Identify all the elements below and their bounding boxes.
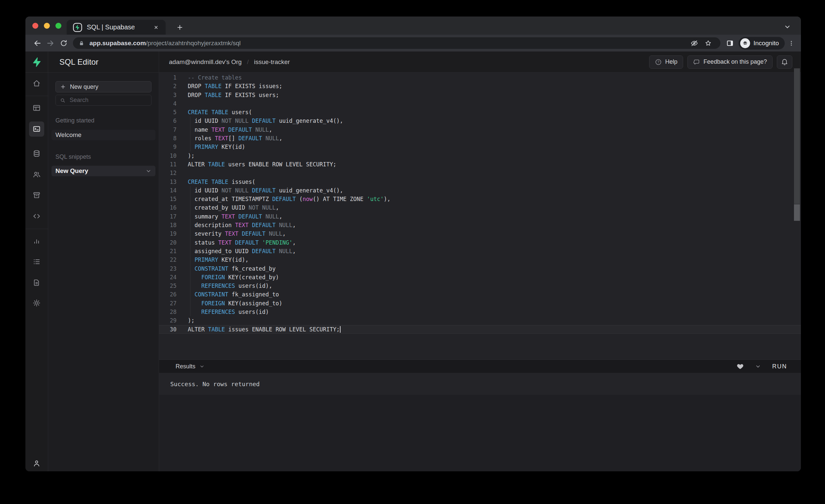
code-line-24[interactable]: 24 FOREIGN KEY(created_by) — [159, 273, 801, 282]
lock-icon — [78, 40, 85, 47]
url-path: /project/azahtnhqohyjerzaxtmk/sql — [146, 40, 241, 47]
rail-divider — [25, 96, 48, 96]
feedback-button[interactable]: Feedback on this page? — [687, 56, 772, 69]
search-input[interactable] — [70, 97, 147, 103]
browser-menu-icon[interactable] — [787, 37, 796, 50]
code-line-22[interactable]: 22 PRIMARY KEY(id), — [159, 256, 801, 264]
home-icon[interactable] — [29, 76, 44, 91]
code-line-14[interactable]: 14 id UUID NOT NULL DEFAULT uuid_generat… — [159, 186, 801, 195]
code-line-10[interactable]: 10); — [159, 151, 801, 160]
code-line-9[interactable]: 9 PRIMARY KEY(id) — [159, 143, 801, 151]
search-box[interactable] — [56, 95, 151, 105]
code-line-1[interactable]: 1-- Create tables — [159, 73, 801, 82]
logs-icon[interactable] — [29, 254, 44, 269]
breadcrumb-project[interactable]: issue-tracker — [254, 58, 290, 66]
code-line-5[interactable]: 5CREATE TABLE users( — [159, 108, 801, 117]
text-cursor — [340, 326, 341, 333]
bookmark-star-icon[interactable] — [701, 38, 715, 49]
header-actions: ? Help Feedback on this page? — [649, 56, 792, 69]
supabase-favicon-icon — [73, 22, 82, 32]
code-lines: 1-- Create tables2DROP TABLE IF EXISTS i… — [159, 73, 801, 334]
code-line-20[interactable]: 20 status TEXT DEFAULT 'PENDING', — [159, 238, 801, 247]
run-button[interactable]: RUN — [772, 363, 787, 370]
results-dropdown[interactable]: Results — [175, 363, 205, 370]
section-label-getting-started: Getting started — [56, 117, 151, 124]
svg-text:?: ? — [657, 60, 659, 64]
notifications-button[interactable] — [777, 56, 792, 69]
database-icon[interactable] — [29, 146, 44, 161]
code-line-23[interactable]: 23 CONSTRAINT fk_created_by — [159, 264, 801, 273]
tab-close-icon[interactable] — [151, 22, 161, 32]
auth-users-icon[interactable] — [29, 167, 44, 182]
code-line-12[interactable]: 12 — [159, 169, 801, 177]
side-panel-icon[interactable] — [725, 37, 735, 50]
tab-search-chevron-icon[interactable] — [783, 22, 792, 31]
code-line-17[interactable]: 17 summary TEXT DEFAULT NULL, — [159, 212, 801, 221]
reload-button[interactable] — [57, 37, 70, 50]
code-line-25[interactable]: 25 REFERENCES users(id), — [159, 282, 801, 290]
code-line-8[interactable]: 8 roles TEXT[] DEFAULT NULL, — [159, 134, 801, 143]
run-options-chevron-icon[interactable] — [755, 363, 761, 369]
url-text: app.supabase.com/project/azahtnhqohyjerz… — [89, 40, 687, 47]
browser-toolbar: app.supabase.com/project/azahtnhqohyjerz… — [25, 34, 801, 52]
window-minimize-button[interactable] — [44, 23, 50, 29]
code-line-28[interactable]: 28 REFERENCES users(id) — [159, 308, 801, 316]
incognito-label: Incognito — [753, 40, 779, 47]
window-zoom-button[interactable] — [56, 23, 61, 29]
desktop: SQL | Supabase — [0, 0, 825, 504]
code-line-30[interactable]: 30ALTER TABLE issues ENABLE ROW LEVEL SE… — [159, 325, 801, 334]
code-line-3[interactable]: 3DROP TABLE IF EXISTS users; — [159, 91, 801, 99]
code-line-21[interactable]: 21 assigned_to UUID DEFAULT NULL, — [159, 247, 801, 256]
supabase-logo[interactable] — [25, 52, 48, 72]
help-label: Help — [665, 58, 677, 65]
code-line-4[interactable]: 4 — [159, 99, 801, 108]
code-line-6[interactable]: 6 id UUID NOT NULL DEFAULT uuid_generate… — [159, 117, 801, 125]
page-scrollbar-thumb[interactable] — [794, 68, 800, 204]
bell-icon — [781, 58, 789, 66]
browser-tab[interactable]: SQL | Supabase — [67, 20, 166, 34]
code-line-29[interactable]: 29); — [159, 316, 801, 325]
code-line-27[interactable]: 27 FOREIGN KEY(assigned_to) — [159, 299, 801, 308]
code-line-26[interactable]: 26 CONSTRAINT fk_assigned_to — [159, 290, 801, 299]
new-tab-button[interactable] — [173, 21, 186, 34]
incognito-profile-chip[interactable]: Incognito — [739, 37, 785, 50]
favorite-heart-icon[interactable] — [737, 363, 744, 370]
chevron-down-icon[interactable] — [146, 168, 151, 174]
code-line-19[interactable]: 19 severity TEXT DEFAULT NULL, — [159, 229, 801, 238]
sidebar-item-new-query[interactable]: New Query — [52, 166, 155, 176]
account-icon[interactable] — [29, 456, 44, 471]
code-line-18[interactable]: 18 description TEXT DEFAULT NULL, — [159, 221, 801, 229]
window-close-button[interactable] — [32, 23, 38, 29]
code-line-11[interactable]: 11ALTER TABLE users ENABLE ROW LEVEL SEC… — [159, 160, 801, 169]
snippets-sidebar: New query Getting started Welcome SQL sn… — [48, 73, 159, 471]
storage-icon[interactable] — [29, 188, 44, 203]
new-query-button[interactable]: New query — [56, 81, 151, 92]
code-line-16[interactable]: 16 created_by UUID NOT NULL, — [159, 203, 801, 212]
url-bar[interactable]: app.supabase.com/project/azahtnhqohyjerz… — [73, 37, 721, 49]
chevron-down-icon — [199, 364, 205, 369]
url-host: app.supabase.com — [89, 40, 146, 47]
sql-editor-icon[interactable] — [29, 122, 44, 137]
editor-scrollbar-thumb[interactable] — [794, 204, 800, 221]
back-button[interactable] — [31, 37, 44, 50]
api-code-icon[interactable] — [29, 209, 44, 224]
app-body: New query Getting started Welcome SQL sn… — [25, 73, 801, 471]
results-body: Success. No rows returned — [159, 373, 801, 471]
docs-icon[interactable] — [29, 275, 44, 290]
forward-button[interactable] — [44, 37, 57, 50]
tab-strip: SQL | Supabase — [25, 16, 801, 34]
results-bar: Results RUN — [159, 359, 801, 373]
eye-off-icon[interactable] — [687, 38, 701, 49]
help-button[interactable]: ? Help — [649, 56, 683, 69]
sidebar-item-welcome[interactable]: Welcome — [52, 130, 155, 140]
settings-gear-icon[interactable] — [29, 295, 44, 310]
breadcrumb-org[interactable]: adam@windmill.dev's Org — [169, 58, 241, 66]
code-line-2[interactable]: 2DROP TABLE IF EXISTS issues; — [159, 82, 801, 90]
code-line-15[interactable]: 15 created_at TIMESTAMPTZ DEFAULT (now()… — [159, 195, 801, 203]
code-editor[interactable]: 1-- Create tables2DROP TABLE IF EXISTS i… — [159, 73, 801, 359]
code-line-7[interactable]: 7 name TEXT DEFAULT NULL, — [159, 126, 801, 134]
reports-icon[interactable] — [29, 234, 44, 249]
breadcrumb: adam@windmill.dev's Org / issue-tracker — [169, 58, 290, 66]
code-line-13[interactable]: 13CREATE TABLE issues( — [159, 177, 801, 186]
table-editor-icon[interactable] — [29, 100, 44, 116]
